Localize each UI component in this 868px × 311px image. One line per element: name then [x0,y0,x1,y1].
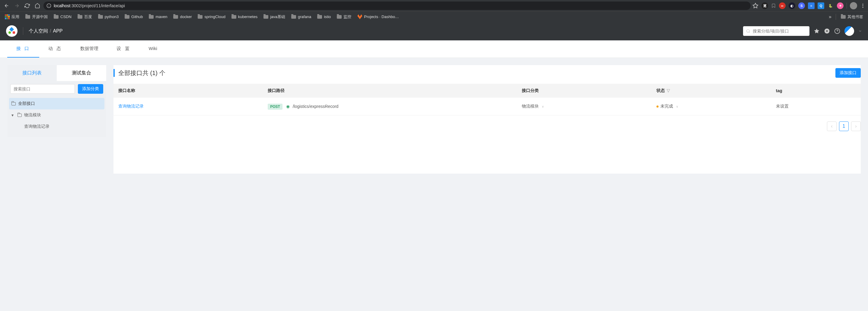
category-cell[interactable]: 物流模块∨ [517,98,652,115]
folder-icon [264,15,268,19]
body: 接口列表 测试集合 添加分类 全部接口 ▾ 物流模块 查询物流记录 [0,58,868,181]
info-icon [46,3,51,8]
sidebar-tab-tests[interactable]: 测试集合 [57,65,106,81]
extension-icon[interactable]: Q [817,2,824,9]
tab-wiki[interactable]: Wiki [140,40,166,58]
bookmark-folder[interactable]: 监控 [334,13,354,21]
bookmarks-bar: 应用 开源中国 CSDN 百度 python3 Github maven doc… [0,11,868,22]
page-number[interactable]: 1 [839,122,849,131]
filter-icon[interactable]: ▽ [667,88,670,93]
status-cell[interactable]: 未完成∨ [652,98,771,115]
bookmark-folder[interactable]: springCloud [195,13,227,20]
folder-icon [54,15,59,19]
svg-marker-3 [753,3,758,8]
extension-icon[interactable]: ∞ [779,2,785,9]
tree-module[interactable]: ▾ 物流模块 [7,109,106,121]
col-path: 接口路径 [263,84,517,98]
global-search[interactable] [743,26,809,36]
folder-icon [317,15,322,19]
plus-circle-icon[interactable] [824,28,830,34]
bookmark-folder[interactable]: grafana [289,13,314,20]
folder-icon [173,15,178,19]
tab-interface[interactable]: 接 口 [7,40,39,58]
forward-button[interactable] [13,1,21,10]
api-path: /logistics/expressRecord [293,104,339,109]
page-next[interactable]: › [851,122,861,131]
gitlab-icon [357,14,362,19]
apps-label: 应用 [11,14,19,20]
extension-icon[interactable]: S [798,2,805,9]
app-logo[interactable] [6,25,18,37]
breadcrumb: 个人空间 / APP [29,28,62,34]
divider [23,27,23,35]
extension-icon[interactable]: 逐 [762,2,768,9]
back-button[interactable] [2,1,11,10]
tree-api-item[interactable]: 查询物流记录 [7,121,106,132]
col-tag: tag [771,84,861,98]
table-row: 查询物流记录 POST ◉ /logistics/expressRecord 物… [114,98,861,115]
tree-all-apis[interactable]: 全部接口 [9,98,104,109]
bookmark-folder[interactable]: java基础 [261,13,288,21]
browser-toolbar: localhost:3002/project/11/interface/api … [0,0,868,11]
address-bar[interactable]: localhost:3002/project/11/interface/api [43,1,751,10]
star-icon[interactable] [752,3,758,9]
bookmark-icon[interactable] [771,3,776,8]
eye-icon: ◉ [286,104,290,109]
tab-settings[interactable]: 设 置 [107,40,140,58]
tab-data[interactable]: 数据管理 [71,40,107,58]
bookmark-folder[interactable]: python3 [96,13,121,20]
chevron-down-icon[interactable] [858,29,862,33]
sidebar-tab-list[interactable]: 接口列表 [7,65,57,81]
bookmark-folder[interactable]: CSDN [51,13,74,20]
bookmarks-overflow[interactable]: » [827,14,833,20]
bookmark-folder[interactable]: 百度 [75,13,94,21]
bookmark-folder[interactable]: 开源中国 [23,13,50,21]
breadcrumb-project[interactable]: APP [53,28,62,34]
tab-activity[interactable]: 动 态 [39,40,71,58]
help-icon[interactable] [834,28,840,34]
search-input[interactable] [753,29,806,33]
bookmark-folder[interactable]: maven [146,13,169,20]
bookmark-folder[interactable]: docker [171,13,194,20]
star-icon[interactable] [814,28,820,34]
bookmark-folder[interactable]: Github [122,13,145,20]
apps-icon [5,14,10,19]
chevron-down-icon: ∨ [542,105,544,108]
extension-icon[interactable]: 🐍 [827,2,834,9]
menu-icon[interactable] [860,3,866,8]
col-status: 状态▽ [652,84,771,98]
folder-icon [125,15,129,19]
user-avatar[interactable] [844,26,854,36]
chevron-down-icon: ∨ [676,105,678,108]
sidebar: 接口列表 测试集合 添加分类 全部接口 ▾ 物流模块 查询物流记录 [7,65,106,137]
other-bookmarks[interactable]: 其他书签 [838,13,866,21]
folder-icon [198,15,203,19]
folder-icon [78,15,83,19]
breadcrumb-space[interactable]: 个人空间 [29,28,48,34]
sidebar-search-input[interactable] [10,84,75,94]
api-name-link[interactable]: 查询物流记录 [118,104,144,108]
add-api-button[interactable]: 添加接口 [835,68,861,78]
sidebar-tabs: 接口列表 测试集合 [7,65,106,81]
title-accent-bar [114,69,115,77]
apps-shortcut[interactable]: 应用 [2,13,22,21]
reload-button[interactable] [23,1,31,10]
search-icon [746,29,750,33]
extension-icon[interactable]: ✦ [837,2,843,9]
add-category-button[interactable]: 添加分类 [78,84,103,94]
home-button[interactable] [33,1,42,10]
bookmark-gitlab[interactable]: Projects · Dashbo… [355,13,401,21]
bookmark-folder[interactable]: istio [315,13,333,20]
extension-icon[interactable]: ◐ [788,2,795,9]
col-name: 接口名称 [114,84,263,98]
bookmark-folder[interactable]: kubernetes [229,13,260,20]
folder-icon [25,15,30,19]
profile-avatar[interactable] [850,2,857,9]
tree-label: 全部接口 [18,101,35,106]
extension-icon[interactable]: ≡ [808,2,814,9]
folder-icon [149,15,154,19]
folder-icon [11,102,16,105]
page-prev[interactable]: ‹ [827,122,837,131]
col-category: 接口分类 [517,84,652,98]
svg-point-4 [863,4,864,4]
